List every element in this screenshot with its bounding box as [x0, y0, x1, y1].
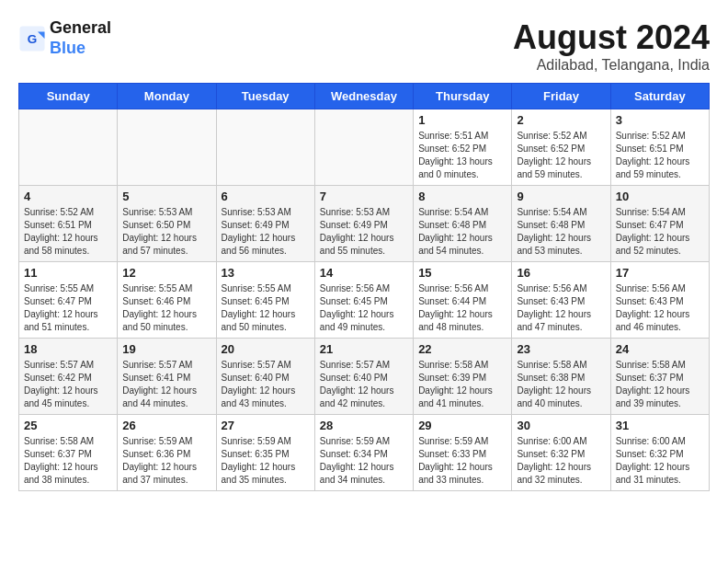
- calendar-cell: [216, 109, 314, 186]
- day-info: Sunrise: 5:53 AM Sunset: 6:49 PM Dayligh…: [222, 206, 310, 258]
- weekday-header-friday: Friday: [512, 84, 610, 109]
- day-info: Sunrise: 5:57 AM Sunset: 6:40 PM Dayligh…: [222, 359, 310, 410]
- calendar-cell: 10Sunrise: 5:54 AM Sunset: 6:47 PM Dayli…: [610, 186, 709, 262]
- day-info: Sunrise: 5:58 AM Sunset: 6:37 PM Dayligh…: [24, 435, 112, 487]
- day-number: 10: [616, 190, 704, 203]
- title-block: August 2024 Adilabad, Telangana, India: [513, 18, 710, 74]
- logo-icon: G: [18, 25, 46, 52]
- day-info: Sunrise: 5:53 AM Sunset: 6:50 PM Dayligh…: [122, 206, 210, 258]
- logo-line1: General: [50, 18, 111, 39]
- day-number: 9: [517, 190, 605, 203]
- calendar-cell: 14Sunrise: 5:56 AM Sunset: 6:45 PM Dayli…: [314, 262, 413, 339]
- day-number: 17: [616, 266, 704, 280]
- calendar-cell: 21Sunrise: 5:57 AM Sunset: 6:40 PM Dayli…: [314, 339, 413, 415]
- weekday-header-sunday: Sunday: [19, 84, 118, 109]
- calendar-cell: 28Sunrise: 5:59 AM Sunset: 6:34 PM Dayli…: [314, 415, 413, 491]
- calendar-cell: 22Sunrise: 5:58 AM Sunset: 6:39 PM Dayli…: [414, 339, 512, 415]
- day-number: 28: [320, 419, 408, 432]
- day-info: Sunrise: 5:54 AM Sunset: 6:47 PM Dayligh…: [616, 206, 704, 258]
- day-info: Sunrise: 5:58 AM Sunset: 6:39 PM Dayligh…: [418, 359, 506, 410]
- day-info: Sunrise: 5:58 AM Sunset: 6:37 PM Dayligh…: [616, 359, 704, 410]
- calendar-cell: 30Sunrise: 6:00 AM Sunset: 6:32 PM Dayli…: [512, 415, 610, 491]
- calendar-cell: [314, 109, 413, 186]
- day-number: 1: [418, 113, 506, 127]
- day-info: Sunrise: 5:55 AM Sunset: 6:45 PM Dayligh…: [222, 282, 310, 334]
- day-info: Sunrise: 5:52 AM Sunset: 6:52 PM Dayligh…: [517, 130, 605, 181]
- calendar-cell: 2Sunrise: 5:52 AM Sunset: 6:52 PM Daylig…: [512, 109, 610, 186]
- calendar-cell: [19, 109, 118, 186]
- calendar-cell: 5Sunrise: 5:53 AM Sunset: 6:50 PM Daylig…: [118, 186, 216, 262]
- calendar-table: SundayMondayTuesdayWednesdayThursdayFrid…: [18, 83, 710, 491]
- weekday-row: SundayMondayTuesdayWednesdayThursdayFrid…: [19, 84, 710, 109]
- calendar-cell: 9Sunrise: 5:54 AM Sunset: 6:48 PM Daylig…: [512, 186, 610, 262]
- header: G General Blue August 2024 Adilabad, Tel…: [18, 18, 710, 74]
- calendar-cell: 15Sunrise: 5:56 AM Sunset: 6:44 PM Dayli…: [414, 262, 512, 339]
- weekday-header-thursday: Thursday: [414, 84, 512, 109]
- day-number: 21: [320, 342, 408, 356]
- day-info: Sunrise: 5:59 AM Sunset: 6:35 PM Dayligh…: [222, 435, 310, 487]
- day-info: Sunrise: 5:59 AM Sunset: 6:33 PM Dayligh…: [418, 435, 506, 487]
- day-number: 5: [122, 190, 210, 203]
- day-info: Sunrise: 5:55 AM Sunset: 6:46 PM Dayligh…: [122, 282, 210, 334]
- svg-text:G: G: [28, 31, 38, 45]
- day-number: 22: [418, 342, 506, 356]
- day-number: 23: [517, 342, 605, 356]
- day-number: 27: [222, 419, 310, 432]
- day-number: 25: [24, 419, 112, 432]
- day-number: 19: [122, 342, 210, 356]
- week-row-2: 4Sunrise: 5:52 AM Sunset: 6:51 PM Daylig…: [19, 186, 710, 262]
- day-info: Sunrise: 5:52 AM Sunset: 6:51 PM Dayligh…: [24, 206, 112, 258]
- logo-line2: Blue: [50, 39, 111, 59]
- calendar-cell: 11Sunrise: 5:55 AM Sunset: 6:47 PM Dayli…: [19, 262, 118, 339]
- day-info: Sunrise: 6:00 AM Sunset: 6:32 PM Dayligh…: [616, 435, 704, 487]
- day-info: Sunrise: 5:56 AM Sunset: 6:45 PM Dayligh…: [320, 282, 408, 334]
- calendar-cell: 6Sunrise: 5:53 AM Sunset: 6:49 PM Daylig…: [216, 186, 314, 262]
- day-info: Sunrise: 5:59 AM Sunset: 6:34 PM Dayligh…: [320, 435, 408, 487]
- calendar-cell: 7Sunrise: 5:53 AM Sunset: 6:49 PM Daylig…: [314, 186, 413, 262]
- day-number: 7: [320, 190, 408, 203]
- week-row-4: 18Sunrise: 5:57 AM Sunset: 6:42 PM Dayli…: [19, 339, 710, 415]
- calendar-cell: 17Sunrise: 5:56 AM Sunset: 6:43 PM Dayli…: [610, 262, 709, 339]
- day-info: Sunrise: 5:53 AM Sunset: 6:49 PM Dayligh…: [320, 206, 408, 258]
- day-number: 30: [517, 419, 605, 432]
- month-title: August 2024: [513, 18, 710, 57]
- weekday-header-tuesday: Tuesday: [216, 84, 314, 109]
- calendar-header: SundayMondayTuesdayWednesdayThursdayFrid…: [19, 84, 710, 109]
- day-number: 16: [517, 266, 605, 280]
- day-info: Sunrise: 5:57 AM Sunset: 6:42 PM Dayligh…: [24, 359, 112, 410]
- weekday-header-monday: Monday: [118, 84, 216, 109]
- weekday-header-saturday: Saturday: [610, 84, 709, 109]
- day-info: Sunrise: 5:56 AM Sunset: 6:44 PM Dayligh…: [418, 282, 506, 334]
- calendar-cell: 19Sunrise: 5:57 AM Sunset: 6:41 PM Dayli…: [118, 339, 216, 415]
- day-info: Sunrise: 5:57 AM Sunset: 6:41 PM Dayligh…: [122, 359, 210, 410]
- day-info: Sunrise: 5:52 AM Sunset: 6:51 PM Dayligh…: [616, 130, 704, 181]
- day-info: Sunrise: 6:00 AM Sunset: 6:32 PM Dayligh…: [517, 435, 605, 487]
- day-number: 31: [616, 419, 704, 432]
- calendar-cell: 18Sunrise: 5:57 AM Sunset: 6:42 PM Dayli…: [19, 339, 118, 415]
- calendar-cell: 29Sunrise: 5:59 AM Sunset: 6:33 PM Dayli…: [414, 415, 512, 491]
- calendar-body: 1Sunrise: 5:51 AM Sunset: 6:52 PM Daylig…: [19, 109, 710, 491]
- day-number: 26: [122, 419, 210, 432]
- day-number: 24: [616, 342, 704, 356]
- day-number: 6: [222, 190, 310, 203]
- day-info: Sunrise: 5:57 AM Sunset: 6:40 PM Dayligh…: [320, 359, 408, 410]
- week-row-5: 25Sunrise: 5:58 AM Sunset: 6:37 PM Dayli…: [19, 415, 710, 491]
- weekday-header-wednesday: Wednesday: [314, 84, 413, 109]
- calendar-cell: 20Sunrise: 5:57 AM Sunset: 6:40 PM Dayli…: [216, 339, 314, 415]
- calendar-cell: 12Sunrise: 5:55 AM Sunset: 6:46 PM Dayli…: [118, 262, 216, 339]
- day-number: 11: [24, 266, 112, 280]
- location: Adilabad, Telangana, India: [513, 57, 710, 74]
- day-info: Sunrise: 5:56 AM Sunset: 6:43 PM Dayligh…: [517, 282, 605, 334]
- calendar-cell: 26Sunrise: 5:59 AM Sunset: 6:36 PM Dayli…: [118, 415, 216, 491]
- day-number: 20: [222, 342, 310, 356]
- calendar-cell: 4Sunrise: 5:52 AM Sunset: 6:51 PM Daylig…: [19, 186, 118, 262]
- day-info: Sunrise: 5:56 AM Sunset: 6:43 PM Dayligh…: [616, 282, 704, 334]
- day-info: Sunrise: 5:59 AM Sunset: 6:36 PM Dayligh…: [122, 435, 210, 487]
- calendar-cell: 13Sunrise: 5:55 AM Sunset: 6:45 PM Dayli…: [216, 262, 314, 339]
- calendar-cell: 27Sunrise: 5:59 AM Sunset: 6:35 PM Dayli…: [216, 415, 314, 491]
- day-info: Sunrise: 5:55 AM Sunset: 6:47 PM Dayligh…: [24, 282, 112, 334]
- calendar-cell: 25Sunrise: 5:58 AM Sunset: 6:37 PM Dayli…: [19, 415, 118, 491]
- week-row-3: 11Sunrise: 5:55 AM Sunset: 6:47 PM Dayli…: [19, 262, 710, 339]
- calendar-cell: 3Sunrise: 5:52 AM Sunset: 6:51 PM Daylig…: [610, 109, 709, 186]
- page: G General Blue August 2024 Adilabad, Tel…: [0, 0, 728, 500]
